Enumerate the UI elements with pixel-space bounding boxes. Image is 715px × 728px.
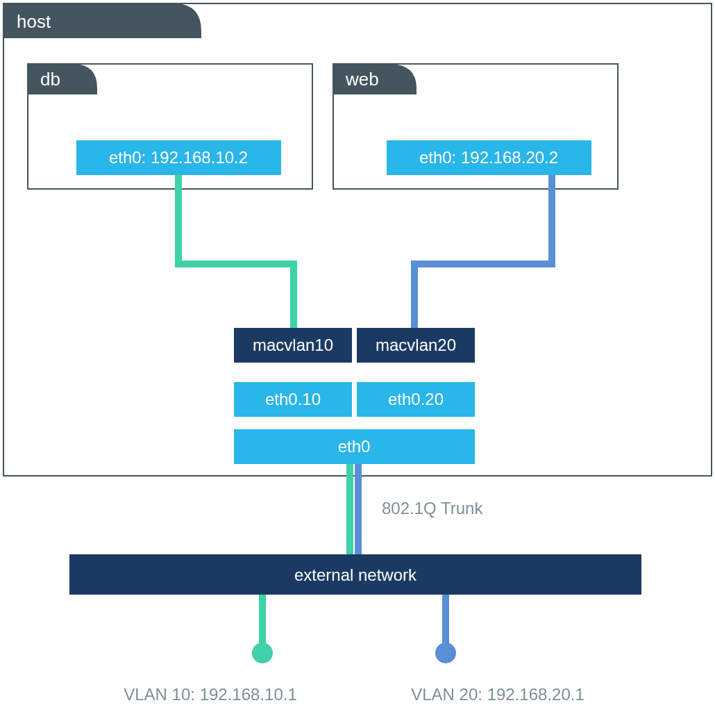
web-label: web [345,69,379,90]
trunk-label: 802.1Q Trunk [382,499,483,518]
external-network-label: external network [294,565,417,584]
db-tab [28,64,97,94]
db-label: db [40,69,60,90]
vlan20-label: VLAN 20: 192.168.20.1 [411,685,584,704]
web-iface: eth0: 192.168.20.2 [419,148,558,167]
vlan20-dot [435,643,456,663]
host-label: host [17,11,51,32]
eth010-label: eth0.10 [265,390,321,408]
vlan10-dot [252,643,273,663]
macvlan20-label: macvlan20 [376,336,456,354]
eth020-label: eth0.20 [388,390,444,408]
vlan10-label: VLAN 10: 192.168.10.1 [124,685,297,704]
db-iface: eth0: 192.168.10.2 [109,148,248,167]
network-diagram: host db eth0: 192.168.10.2 web eth0: 192… [0,0,715,728]
eth0-label: eth0 [338,437,371,456]
macvlan10-label: macvlan10 [253,336,333,354]
